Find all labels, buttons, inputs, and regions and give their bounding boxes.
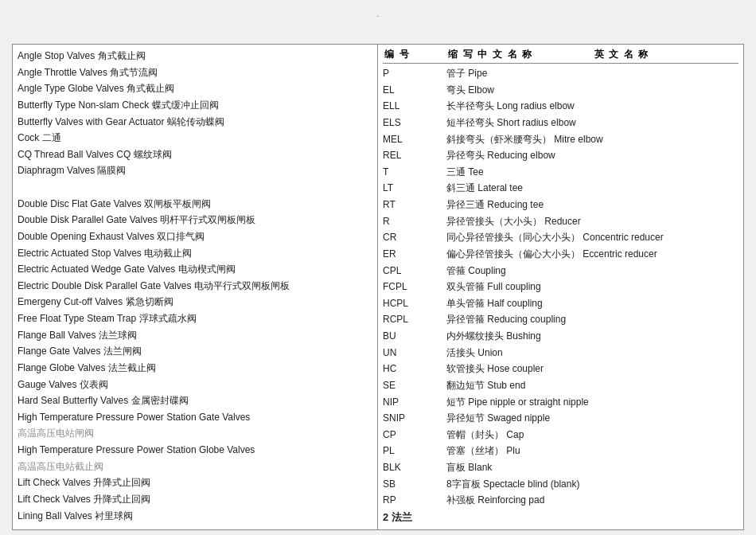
right-row: BLK盲板 Blank: [383, 459, 738, 476]
list-item: Emergeny Cut-off Valves 紧急切断阀: [18, 294, 372, 310]
list-item: Double Opening Exhaust Valves 双口排气阀: [18, 228, 372, 245]
right-row: NIP短节 Pipe nipple or straight nipple: [383, 394, 738, 411]
right-row: UN活接头 Union: [383, 345, 738, 361]
right-row: REL异径弯头 Reducing elbow: [383, 147, 738, 164]
desc-cell: 短半径弯头 Short radius elbow: [446, 115, 738, 131]
main-container: Angle Stop Valves 角式截止阀Angle Throttle Va…: [12, 44, 744, 530]
left-column: Angle Stop Valves 角式截止阀Angle Throttle Va…: [13, 45, 378, 529]
code-cell: BLK: [383, 459, 446, 476]
code-cell: FCPL: [383, 279, 446, 295]
code-cell: CR: [383, 229, 446, 246]
list-item: High Temperature Pressure Power Station …: [18, 442, 372, 459]
desc-cell: 盲板 Blank: [446, 459, 738, 476]
code-cell: ELS: [383, 115, 446, 131]
list-item: Angle Stop Valves 角式截止阀: [18, 48, 372, 64]
right-row: T三通 Tee: [383, 164, 738, 181]
right-header: 编 号 缩 写 中 文 名 称 英 文 名 称: [383, 48, 738, 64]
right-row: R异径管接头（大小头） Reducer: [383, 213, 738, 230]
list-item: Electric Double Disk Parallel Gate Valve…: [18, 278, 372, 295]
desc-cell: 异径管接头（大小头） Reducer: [446, 213, 738, 230]
right-row: MEL斜接弯头（虾米腰弯头） Mitre elbow: [383, 131, 738, 148]
desc-cell: 软管接头 Hose coupler: [446, 361, 738, 377]
desc-cell: 三通 Tee: [446, 164, 738, 181]
desc-cell: 异径管箍 Reducing coupling: [446, 311, 738, 328]
code-cell: ELL: [383, 98, 446, 115]
code-cell: RP: [383, 492, 446, 509]
list-item: Gauge Valves 仪表阀: [18, 377, 372, 393]
right-row: PL管塞（丝堵） Plu: [383, 443, 738, 459]
list-item: Cock 二通: [18, 130, 372, 146]
desc-cell: 异径弯头 Reducing elbow: [446, 147, 738, 164]
right-row: CPL管箍 Coupling: [383, 263, 738, 279]
list-item: Lift Check Valves 升降式止回阀: [18, 491, 372, 508]
desc-cell: 内外螺纹接头 Bushing: [446, 328, 738, 345]
code-cell: SE: [383, 377, 446, 394]
list-item: Free Float Type Steam Trap 浮球式疏水阀: [18, 310, 372, 327]
list-item: Electric Actuated Stop Valves 电动截止阀: [18, 245, 372, 262]
list-item: Lift Check Valves 升降式止回阀: [18, 474, 372, 491]
code-cell: SB: [383, 476, 446, 493]
desc-cell: 弯头 Elbow: [446, 82, 738, 99]
right-row: SE翻边短节 Stub end: [383, 377, 738, 394]
code-cell: MEL: [383, 131, 446, 148]
right-column: 编 号 缩 写 中 文 名 称 英 文 名 称 P管子 PipeEL弯头 Elb…: [378, 45, 743, 529]
desc-cell: 单头管箍 Half coupling: [446, 295, 738, 312]
right-row: SB8字盲板 Spectacle blind (blank): [383, 476, 738, 493]
list-item: High Temperature Pressure Power Station …: [18, 409, 372, 426]
code-cell: BU: [383, 328, 446, 345]
desc-cell: 斜接弯头（虾米腰弯头） Mitre elbow: [446, 131, 738, 148]
right-row: ELS短半径弯头 Short radius elbow: [383, 115, 738, 131]
list-item: Flange Globe Valves 法兰截止阀: [18, 360, 372, 377]
code-cell: R: [383, 213, 446, 230]
list-item: Diaphragm Valves 隔膜阀: [18, 162, 372, 179]
table: Angle Stop Valves 角式截止阀Angle Throttle Va…: [13, 45, 743, 529]
code-cell: HCPL: [383, 295, 446, 312]
code-cell: CP: [383, 427, 446, 443]
desc-cell: 异径三通 Reducing tee: [446, 197, 738, 213]
list-item: Angle Throttle Valves 角式节流阀: [18, 64, 372, 81]
code-cell: NIP: [383, 394, 446, 411]
desc-cell: 短节 Pipe nipple or straight nipple: [446, 394, 738, 411]
list-item: Double Disk Parallel Gate Valves 明杆平行式双闸…: [18, 212, 372, 228]
right-row: ELL长半径弯头 Long radius elbow: [383, 98, 738, 115]
right-row: HCPL单头管箍 Half coupling: [383, 295, 738, 312]
list-item: 高温高压电站截止阀: [18, 459, 372, 475]
code-cell: LT: [383, 180, 446, 197]
list-item: Butterfly Type Non-slam Check 蝶式缓冲止回阀: [18, 97, 372, 114]
list-item: Angle Type Globe Valves 角式截止阀: [18, 80, 372, 97]
desc-cell: 管帽（封头） Cap: [446, 427, 738, 443]
list-item-spacer: [18, 179, 372, 196]
right-row: RCPL异径管箍 Reducing coupling: [383, 311, 738, 328]
desc-cell: 活接头 Union: [446, 345, 738, 361]
desc-cell: 管塞（丝堵） Plu: [446, 443, 738, 459]
code-cell: EL: [383, 82, 446, 99]
right-row: HC软管接头 Hose coupler: [383, 361, 738, 377]
right-row: CP管帽（封头） Cap: [383, 427, 738, 443]
list-item: CQ Thread Ball Valves CQ 螺纹球阀: [18, 146, 372, 163]
header-chinese: 缩 写 中 文 名 称: [446, 48, 593, 61]
right-row: 2 法兰: [383, 509, 738, 526]
right-row: CR同心异径管接头（同心大小头） Concentric reducer: [383, 229, 738, 246]
right-list: P管子 PipeEL弯头 ElbowELL长半径弯头 Long radius e…: [383, 65, 738, 526]
list-item: Butterfly Valves with Gear Actuator 蜗轮传动…: [18, 114, 372, 131]
list-item: Electric Actuated Wedge Gate Valves 电动楔式…: [18, 261, 372, 278]
right-row: LT斜三通 Lateral tee: [383, 180, 738, 197]
right-row: ER偏心异径管接头（偏心大小头） Eccentric reducer: [383, 246, 738, 263]
list-item: Flange Ball Valves 法兰球阀: [18, 327, 372, 344]
list-item: Double Disc Flat Gate Valves 双闸板平板闸阀: [18, 196, 372, 213]
code-cell: T: [383, 164, 446, 181]
code-cell: REL: [383, 147, 446, 164]
header-code: 编 号: [383, 48, 446, 61]
right-row: SNIP异径短节 Swaged nipple: [383, 410, 738, 427]
code-cell: ER: [383, 246, 446, 263]
desc-cell: 异径短节 Swaged nipple: [446, 410, 738, 427]
desc-cell: 斜三通 Lateral tee: [446, 180, 738, 197]
code-cell: CPL: [383, 263, 446, 279]
desc-cell: 8字盲板 Spectacle blind (blank): [446, 476, 738, 493]
code-cell: HC: [383, 361, 446, 377]
desc-cell: 长半径弯头 Long radius elbow: [446, 98, 738, 115]
desc-cell: 偏心异径管接头（偏心大小头） Eccentric reducer: [446, 246, 738, 263]
desc-cell: 管箍 Coupling: [446, 263, 738, 279]
right-row: FCPL双头管箍 Full coupling: [383, 279, 738, 295]
top-dot: .: [0, 8, 756, 20]
